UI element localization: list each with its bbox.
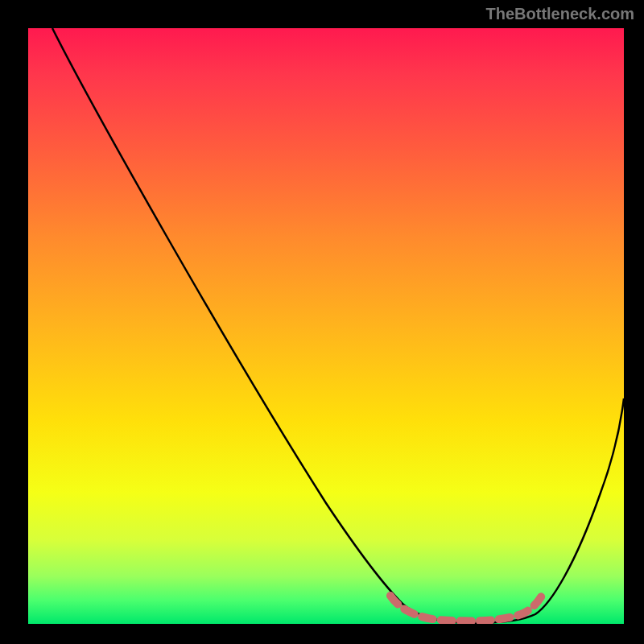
main-curve [52,28,624,623]
marker-band [390,596,542,621]
watermark-text: TheBottleneck.com [486,5,634,23]
plot-area [28,28,624,624]
chart-svg [28,28,624,624]
chart-container: TheBottleneck.com [0,0,644,644]
